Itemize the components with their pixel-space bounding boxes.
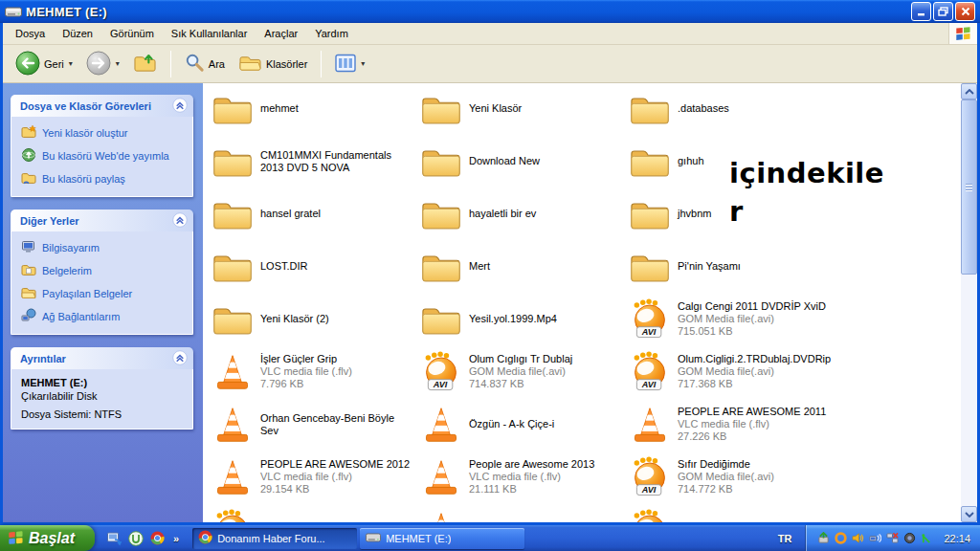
file-type: VLC media file (.flv)	[260, 365, 352, 378]
file-item[interactable]: AVICalgı Cengi 2011 DVDRİP XviDGOM Media…	[628, 298, 831, 340]
sidebar-link-network-places[interactable]: Ağ Bağlantılarım	[21, 308, 187, 325]
volume-name: MEHMET (E:)	[21, 377, 187, 388]
file-item[interactable]: PEOPLE ARE AWESOME 2011VLC media file (.…	[628, 404, 831, 445]
scroll-down-button[interactable]	[961, 506, 977, 522]
sidebar-link-publish-web[interactable]: Bu klasörü Web'de yayımla	[21, 147, 187, 165]
menu-item-1[interactable]: Düzen	[54, 25, 101, 42]
file-item[interactable]: hayaletli bir ev	[419, 193, 622, 234]
file-item[interactable]: LOST.DIR	[211, 246, 413, 287]
file-item[interactable]: AVI	[628, 509, 831, 522]
menu-item-3[interactable]: Sık Kullanılanlar	[163, 25, 256, 42]
quick-launch-utorrent-icon[interactable]	[128, 531, 144, 546]
tray-volume-icon[interactable]	[852, 532, 864, 544]
sidebar-link-my-documents[interactable]: Belgelerim	[21, 262, 187, 279]
task-pane-sidebar: Dosya ve Klasör Görevleri Yeni klasör ol…	[3, 83, 203, 522]
file-item[interactable]: Yeni Klasör (2)	[211, 298, 413, 340]
folders-button[interactable]: Klasörler	[234, 50, 312, 77]
collapse-chevron-icon[interactable]	[172, 98, 188, 115]
file-name: Download New	[469, 155, 540, 166]
file-item[interactable]: Pi'nin Yaşamı	[628, 246, 831, 287]
svg-text:AVI: AVI	[433, 380, 448, 389]
taskbar-task-button[interactable]: MEHMET (E:)	[360, 528, 524, 549]
sidebar-link-new-folder[interactable]: Yeni klasör oluştur	[21, 124, 187, 142]
drive-icon	[366, 531, 381, 545]
file-item[interactable]: Yeni Klasör	[419, 88, 622, 129]
gom-media-icon: AVI	[211, 509, 255, 522]
menu-item-5[interactable]: Yardım	[306, 25, 357, 42]
quick-launch-show-desktop-icon[interactable]	[106, 531, 122, 546]
file-item[interactable]: Yesil.yol.1999.Mp4	[419, 298, 622, 340]
tray-safely-remove-hardware-icon[interactable]	[817, 532, 830, 544]
file-name: mehmet	[260, 102, 299, 114]
file-item[interactable]: hansel gratel	[211, 193, 413, 234]
folder-icon	[628, 143, 672, 179]
file-size: 7.796 KB	[260, 378, 352, 390]
file-item[interactable]: AVISıfır DediğimdeGOM Media file(.avi)71…	[628, 456, 831, 497]
file-item[interactable]: .databases	[628, 88, 831, 129]
file-name: CM101MMXI Fundamentals 2013 DVD 5 NOVA	[260, 149, 391, 173]
back-button[interactable]: Geri ▾	[11, 48, 78, 80]
scrollbar-thumb[interactable]	[961, 99, 977, 275]
notification-area: 22:14	[805, 525, 980, 551]
file-item[interactable]: Download New	[419, 141, 622, 182]
file-name: jhvbnm	[678, 208, 711, 219]
menu-item-2[interactable]: Görünüm	[101, 25, 163, 42]
sidebar-link-label: Paylaşılan Belgeler	[42, 288, 132, 299]
vertical-scrollbar[interactable]	[961, 83, 977, 522]
file-item[interactable]	[419, 509, 622, 522]
taskbar-task-button[interactable]: Donanım Haber Foru...	[192, 528, 357, 549]
views-button[interactable]: ▾	[330, 51, 369, 77]
file-item[interactable]: People are Awesome 2013VLC media file (.…	[419, 456, 622, 497]
tray-signal-icon[interactable]	[921, 532, 933, 544]
file-item[interactable]: İşler Güçler GripVLC media file (.flv)7.…	[211, 351, 413, 392]
vlc-media-icon	[211, 406, 255, 444]
file-name: PEOPLE ARE AWESOME 2011	[678, 406, 826, 417]
menu-item-0[interactable]: Dosya	[7, 25, 54, 42]
start-button[interactable]: Başlat	[0, 525, 95, 551]
minimize-button[interactable]	[911, 2, 931, 21]
windows-logo-icon	[948, 23, 977, 44]
search-button[interactable]: Ara	[180, 50, 230, 77]
volume-type: Çıkarılabilir Disk	[21, 390, 187, 402]
quick-launch-chrome-icon[interactable]	[150, 531, 165, 545]
file-item[interactable]: PEOPLE ARE AWESOME 2012VLC media file (.…	[211, 456, 413, 497]
panel-title: Diğer Yerler	[20, 215, 79, 227]
sidebar-link-my-computer[interactable]: Bilgisayarım	[21, 239, 187, 256]
vlc-media-icon	[211, 353, 255, 391]
file-item[interactable]: Mert	[419, 246, 622, 287]
panel-title: Ayrıntılar	[20, 353, 66, 364]
collapse-chevron-icon[interactable]	[172, 350, 188, 367]
menu-item-4[interactable]: Araçlar	[256, 25, 306, 42]
file-name: gıhuh	[678, 155, 704, 166]
file-item[interactable]: Orhan Gencebay-Beni Böyle Sev	[211, 404, 413, 445]
taskbar-clock[interactable]: 22:14	[944, 533, 970, 544]
tray-wireless-network-icon[interactable]	[869, 532, 881, 544]
sidebar-link-share-folder[interactable]: Bu klasörü paylaş	[21, 170, 187, 187]
file-name: Yeni Klasör (2)	[260, 313, 329, 324]
file-type: GOM Media file(.avi)	[678, 471, 774, 483]
file-item[interactable]: mehmet	[211, 88, 413, 129]
file-item[interactable]: AVIOlum.Cigligi.2.TRDublaj.DVDRipGOM Med…	[628, 351, 831, 392]
vlc-media-icon	[419, 511, 463, 523]
file-item[interactable]: CM101MMXI Fundamentals 2013 DVD 5 NOVA	[211, 141, 413, 182]
quick-launch-overflow-chevron[interactable]: »	[173, 533, 179, 544]
language-indicator[interactable]: TR	[765, 533, 806, 544]
svg-text:AVI: AVI	[641, 380, 657, 389]
file-item[interactable]: Özgün - A-k Çiçe-i	[419, 404, 622, 445]
folder-up-icon	[133, 52, 157, 76]
tray-webcam-icon[interactable]	[903, 532, 916, 544]
close-button[interactable]	[955, 2, 975, 21]
my-computer-icon	[21, 239, 36, 256]
collapse-chevron-icon[interactable]	[172, 212, 188, 230]
taskbar: Başlat » Donanım Haber Foru...MEHMET (E:…	[0, 525, 980, 551]
restore-button[interactable]	[933, 2, 953, 21]
up-button[interactable]	[128, 49, 162, 78]
file-item[interactable]: AVIOlum Cıglıgı Tr DublajGOM Media file(…	[419, 351, 622, 392]
file-item[interactable]: AVISkyfall 2012 BRRip XviD TR 7	[211, 509, 413, 522]
forward-button[interactable]: ▾	[81, 48, 124, 80]
sidebar-link-shared-documents[interactable]: Paylaşılan Belgeler	[21, 285, 187, 302]
tray-download-agent-icon[interactable]	[835, 532, 847, 544]
scroll-up-button[interactable]	[961, 83, 977, 99]
tray-network-disconnected-icon[interactable]	[886, 532, 899, 544]
folder-icon	[211, 143, 255, 179]
